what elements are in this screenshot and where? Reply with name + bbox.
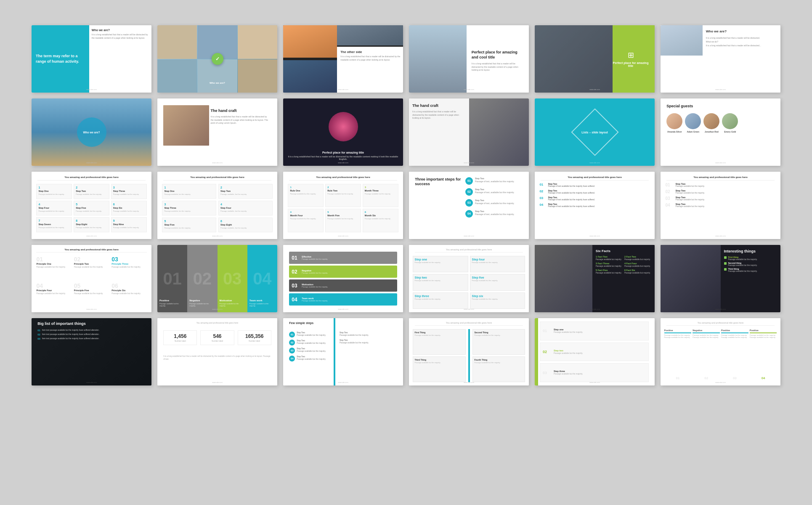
stat-label-1: Number label bbox=[165, 340, 195, 342]
cell-4b: Passage available but the majority. bbox=[750, 336, 777, 339]
stat-num-3: 165,356 bbox=[240, 333, 269, 339]
slide-25-item-3: 03Item text passage available but the ma… bbox=[37, 338, 146, 340]
slide-15-m1: 1Rule OnePassage available but the major… bbox=[288, 184, 324, 207]
slide-21-step-4: 04 Team work Passage available but the m… bbox=[289, 293, 397, 306]
step-num-1: 1 bbox=[38, 186, 70, 189]
slide-13[interactable]: You amazing and professional title goes … bbox=[32, 172, 151, 239]
slide-25-item-1: 01Item text passage available but the ma… bbox=[37, 329, 146, 332]
slide-28-s3: Second Thing Passage available but the m… bbox=[472, 329, 525, 355]
slide-5-footer: www.site.com bbox=[589, 88, 600, 90]
slide-30-header: You amazing and professional title goes … bbox=[666, 322, 775, 326]
slide-9-rose bbox=[329, 112, 358, 141]
slide-30-footer: www.site.com bbox=[715, 381, 725, 383]
slide-9[interactable]: Perfect place for amazing title It is a … bbox=[283, 98, 403, 166]
slide-24-item-3: Third thingPassage available but the maj… bbox=[724, 268, 778, 272]
person-name-2: Adam Green bbox=[685, 130, 701, 133]
slide-row-4: You amazing and professional title goes … bbox=[17, 245, 795, 312]
slide-27-footer: www.site.com bbox=[338, 381, 348, 383]
slide-3[interactable]: The other side It is a long established … bbox=[283, 25, 403, 93]
step-body-3: Passage available but the majority. bbox=[113, 193, 145, 195]
slide-25[interactable]: Big list of important things 01Item text… bbox=[32, 318, 151, 385]
slide-23[interactable]: Six Facts 1 Fact TwoPassage available bu… bbox=[535, 245, 655, 312]
slide-28-footer: www.site.com bbox=[464, 381, 474, 383]
slide-19-p2: 02 Principle Two Passage available but t… bbox=[74, 256, 109, 280]
cell-3b: Passage available but the majority. bbox=[721, 336, 748, 339]
stat-num-1: 1,456 bbox=[165, 333, 195, 339]
slide-23-facts: 1 Fact TwoPassage available but majority… bbox=[596, 255, 651, 274]
slide-11[interactable]: Lists – slide layout www.site.com bbox=[535, 98, 655, 166]
slide-30[interactable]: You amazing and professional title goes … bbox=[661, 318, 780, 385]
slide-10-body: It is a long established fact that a rea… bbox=[412, 110, 466, 120]
slide-2[interactable]: ✓ Who we are? www.site.com bbox=[157, 25, 277, 93]
slide-26-numbers: 1,456 Number label 546 Number label 165,… bbox=[163, 330, 271, 345]
person-2: Adam Green bbox=[685, 113, 701, 133]
slide-28[interactable]: You amazing and professional title goes … bbox=[409, 318, 529, 385]
slide-8[interactable]: The hand craft It is a long established … bbox=[157, 98, 277, 166]
slide-28-s4: Fourth Thing Passage available but the m… bbox=[472, 356, 525, 382]
slide-10-footer: www.site.com bbox=[464, 162, 474, 164]
slide-25-item-2: 02Item text passage available but the ma… bbox=[37, 333, 146, 336]
slide-3-body: It is a long established fact that a rea… bbox=[340, 55, 401, 61]
col-2: Negative Passage available but the major… bbox=[693, 329, 720, 380]
slide-14-step-3: 3Step ThreePassage available, but the ma… bbox=[162, 201, 216, 215]
slide-10[interactable]: The hand craft It is a long established … bbox=[409, 98, 529, 166]
person-3: Jonathan Red bbox=[703, 113, 719, 133]
slide-14[interactable]: You amazing and professional title goes … bbox=[157, 172, 277, 239]
slide-15-grid: 1Rule OnePassage available but the major… bbox=[288, 184, 398, 232]
step-title-1: Step One bbox=[38, 190, 70, 192]
slide-4[interactable]: Perfect place for amazing and cool title… bbox=[409, 25, 529, 93]
slide-6-title: Who we are? bbox=[706, 29, 777, 33]
slide-5[interactable]: ⊞ Perfect place for amazing title www.si… bbox=[535, 25, 655, 93]
slide-28-col-2: Second Thing Passage available but the m… bbox=[472, 329, 525, 382]
slide-19[interactable]: You amazing and professional title goes … bbox=[32, 245, 151, 312]
slide-27-step-r2: Step TwoPassage available but the majori… bbox=[340, 339, 397, 345]
slide-25-footer: www.site.com bbox=[86, 381, 96, 383]
slide-26-body: It is a long established fact that a rea… bbox=[163, 355, 271, 379]
step-num-2: 2 bbox=[76, 186, 107, 189]
slide-13-header: You amazing and professional title goes … bbox=[37, 176, 146, 181]
stat-num-2: 546 bbox=[202, 333, 232, 339]
slide-12[interactable]: Special guests Amanda Silver Adam Green … bbox=[661, 98, 780, 166]
slide-7[interactable]: Who we are? www.site.com bbox=[32, 98, 151, 166]
slide-27-step-4: 04 Step TwoPassage available but the maj… bbox=[289, 356, 331, 361]
slide-21[interactable]: 01 Effective Passage available but the m… bbox=[283, 245, 403, 312]
slide-14-step-2: 2Step TwoPassage available, but the majo… bbox=[218, 184, 273, 199]
slide-22[interactable]: You amazing and professional title goes … bbox=[409, 245, 529, 312]
slide-14-step-4: 4Step FourPassage available, but the maj… bbox=[218, 201, 273, 215]
slide-6-text: Who we are? It is a long established fac… bbox=[703, 25, 780, 93]
slide-row-2: Who we are? www.site.com The hand craft … bbox=[17, 98, 795, 166]
slide-17[interactable]: You amazing and professional title goes … bbox=[535, 172, 655, 239]
slide-21-footer: www.site.com bbox=[338, 308, 348, 310]
slide-24[interactable]: Interesting things First thingPassage av… bbox=[661, 245, 780, 312]
slide-18[interactable]: You amazing and professional title goes … bbox=[661, 172, 780, 239]
slide-29[interactable]: List of the amazing facts 01 Step one Pa… bbox=[535, 318, 655, 385]
slide-16-step-4: 04 Step TwoPassage of text, available bu… bbox=[465, 210, 523, 218]
slide-27-step-3: 03 Step TwoPassage available but the maj… bbox=[289, 348, 331, 354]
slide-26[interactable]: You amazing and professional title goes … bbox=[157, 318, 277, 385]
slide-16[interactable]: Three important steps for success 01 Ste… bbox=[409, 172, 529, 239]
fact-3: 3 Fact ThreePassage available but majori… bbox=[596, 262, 623, 267]
col-header-1: Positive bbox=[664, 329, 692, 333]
slide-20[interactable]: 01 02 03 04 Positive Passage available b… bbox=[157, 245, 277, 312]
photo-cell-3 bbox=[238, 25, 277, 59]
slide-24-item-2: Second thingPassage available but the ma… bbox=[724, 262, 778, 266]
slide-15[interactable]: You amazing and professional title goes … bbox=[283, 172, 403, 239]
slide-8-footer: www.site.com bbox=[212, 162, 222, 164]
step-body-9: Passage available but the majority. bbox=[113, 226, 145, 229]
slide-15-footer: www.site.com bbox=[338, 235, 348, 237]
slide-21-step-1: 01 Effective Passage available but the m… bbox=[289, 252, 397, 264]
slide-3-footer: www.site.com bbox=[338, 88, 348, 90]
col-3: Positive Passage available but the major… bbox=[721, 329, 748, 380]
slide-27[interactable]: Few simple steps 01 Step TwoPassage avai… bbox=[283, 318, 403, 385]
slide-17-footer: www.site.com bbox=[589, 235, 600, 237]
step-num-5: 5 bbox=[76, 203, 107, 206]
slide-14-footer: www.site.com bbox=[212, 235, 222, 237]
slide-30-nums: 01 02 03 04 bbox=[664, 376, 777, 380]
avatar-2 bbox=[685, 113, 701, 129]
slide-15-header: You amazing and professional title goes … bbox=[289, 176, 397, 181]
slide-9-footer: www.site.com bbox=[338, 162, 348, 164]
slide-6[interactable]: Who we are? It is a long established fac… bbox=[661, 25, 780, 93]
slide-1[interactable]: The term may refer to a range of human a… bbox=[32, 25, 151, 93]
slide-4-body: It is a long established fact that a rea… bbox=[472, 62, 525, 72]
slide-25-title: Big list of important things bbox=[37, 322, 146, 326]
